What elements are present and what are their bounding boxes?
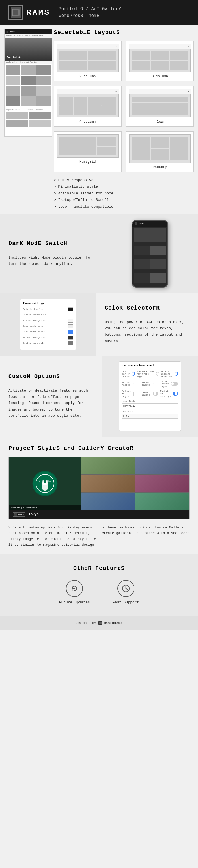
grid-cell xyxy=(59,97,73,105)
color-row: Site background xyxy=(23,324,73,328)
grid-row-cell xyxy=(132,97,188,102)
color-swatch[interactable] xyxy=(68,307,73,311)
preview-nav-item: Journal xyxy=(16,35,24,37)
phone-cell xyxy=(150,259,166,269)
refresh-icon-circle xyxy=(66,580,83,597)
header-subtitle: PortfoliO / ArT GallerY WordPresS ThemE xyxy=(59,6,121,19)
features-icons: Future Updates Fast Support xyxy=(8,580,190,604)
preview-subnav: Architecture Editorial Fashion xyxy=(4,61,52,64)
options-label: Border radius xyxy=(142,381,150,386)
color-swatch[interactable] xyxy=(68,336,73,340)
layout-dropdown[interactable]: ▼ xyxy=(57,44,119,49)
homepage-textarea[interactable] xyxy=(122,419,178,427)
layout-dropdown[interactable]: ▼ xyxy=(129,89,191,94)
color-label: Bottom text color xyxy=(23,342,66,344)
layout-dropdown[interactable]: ▼ xyxy=(57,89,119,94)
preview-cell xyxy=(6,120,28,127)
columns-input[interactable] xyxy=(133,392,140,396)
color-row: Link hover color xyxy=(23,330,73,334)
footer-brand-name: RAMSTHEMES xyxy=(104,621,123,625)
grid-cell xyxy=(132,137,150,160)
home-title-label: Home Title xyxy=(122,400,178,402)
preview-cell xyxy=(6,96,20,106)
header-title-line2: WordPresS ThemE xyxy=(59,12,121,19)
toggle-off[interactable] xyxy=(171,382,178,385)
layout-dropdown[interactable]: ▼ xyxy=(129,44,191,49)
toggle-off[interactable] xyxy=(153,392,158,396)
svg-rect-1 xyxy=(13,10,19,15)
border-radius-input[interactable] xyxy=(132,382,140,386)
phone-mockup: ⬛ RAMS xyxy=(132,220,168,288)
toggle-on[interactable] xyxy=(175,372,178,376)
color-label: Body text color xyxy=(23,308,66,310)
color-selector-right: ColoR SelectorR Using the power of ACF c… xyxy=(96,293,198,355)
border-radius-input2[interactable] xyxy=(152,382,160,386)
color-swatch[interactable] xyxy=(68,324,73,328)
layout-thumb-4col xyxy=(57,94,119,117)
preview-subnav-item: Editorial xyxy=(20,61,29,63)
logo-text: RAMS xyxy=(27,8,50,17)
gallery-photo xyxy=(135,493,189,509)
options-home-title: Home Title xyxy=(122,400,178,408)
phone-hero xyxy=(133,228,166,242)
toggle-on[interactable] xyxy=(172,392,178,396)
dark-mode-description: Includes Night Mode plugin toggler for t… xyxy=(8,255,93,267)
layout-thumb-packery xyxy=(129,134,191,163)
color-row: Slider background xyxy=(23,318,73,322)
options-label: Link color type xyxy=(162,380,169,388)
dropdown-arrow-icon: ▼ xyxy=(116,90,117,93)
homepage-label: Homepage xyxy=(122,410,178,412)
preview-cell xyxy=(36,96,51,106)
features-list: Fully responsive Minimalistic style Acti… xyxy=(54,177,194,210)
starbucks-icon: STARBUCKS COFFEE xyxy=(32,471,58,496)
layout-thumb-ramsgrid xyxy=(57,134,119,158)
options-homepage: Homepage B I U ≡ ⇐ ≡ ⇒ xyxy=(122,410,178,428)
rams-logo-icon xyxy=(12,8,20,17)
preview-hero-text: PortfoliO xyxy=(7,56,21,59)
editor-btn[interactable]: I xyxy=(126,415,127,417)
dropdown-arrow-icon: ▼ xyxy=(188,90,189,93)
grid-cell xyxy=(97,147,116,155)
dropdown-arrow-icon: ▼ xyxy=(188,45,189,48)
options-label: Load bar on header xyxy=(122,370,130,378)
phone-logo: ⬛ RAMS xyxy=(135,222,144,225)
layout-label-ramsgrid: Ramsgrid xyxy=(57,160,119,164)
toggle-on[interactable] xyxy=(132,372,135,376)
phone-cell xyxy=(133,246,150,255)
custom-options-description: Activate or deactivate features such loa… xyxy=(8,388,93,419)
color-swatch[interactable] xyxy=(68,330,73,334)
preview-nav: PortfoliO Journal About Contact Shop xyxy=(4,34,52,38)
layout-thumb-rows xyxy=(129,94,191,117)
editor-btn[interactable]: ⇒ xyxy=(137,415,138,417)
phone-cell xyxy=(133,273,150,283)
preview-cell xyxy=(6,112,28,119)
grid-cell xyxy=(151,61,169,70)
grid-cell xyxy=(170,61,188,70)
editor-btn[interactable]: U xyxy=(128,415,129,417)
layout-item-3col: ▼ 3 column xyxy=(126,41,194,82)
grid-cell xyxy=(170,52,188,60)
grid-cell xyxy=(73,106,87,115)
editor-btn[interactable]: B xyxy=(123,415,125,417)
color-label: Button background xyxy=(23,336,66,339)
feature-item: Isotope/Infinite Scroll xyxy=(54,197,194,203)
phone-cell xyxy=(133,259,150,269)
preview-cell xyxy=(36,75,51,86)
options-mockup: Feature options panel Load bar on header… xyxy=(119,361,181,431)
color-swatch[interactable] xyxy=(68,313,73,317)
home-title-input[interactable] xyxy=(122,403,178,408)
color-swatch[interactable] xyxy=(68,341,73,345)
color-selector-mockup: Theme settings Body text color Header ba… xyxy=(20,299,76,350)
preview-subnav-item: Fashion xyxy=(30,61,37,63)
editor-btn[interactable]: ⇐ xyxy=(133,415,134,417)
options-label: Columns in pages xyxy=(122,390,132,398)
color-label: Site background xyxy=(23,325,66,327)
toggle-off[interactable] xyxy=(156,372,159,376)
preview-nav-item: Shop xyxy=(39,35,43,37)
color-swatch[interactable] xyxy=(68,318,73,322)
layout-label-4col: 4 column xyxy=(57,120,119,124)
other-features-title: OtheR FeatureS xyxy=(8,565,190,571)
editor-btn[interactable]: ≡ xyxy=(135,415,136,417)
main-preview: ⬛ RAMS PortfoliO Journal About Contact S… xyxy=(4,29,52,137)
editor-btn[interactable]: ≡ xyxy=(130,415,132,417)
